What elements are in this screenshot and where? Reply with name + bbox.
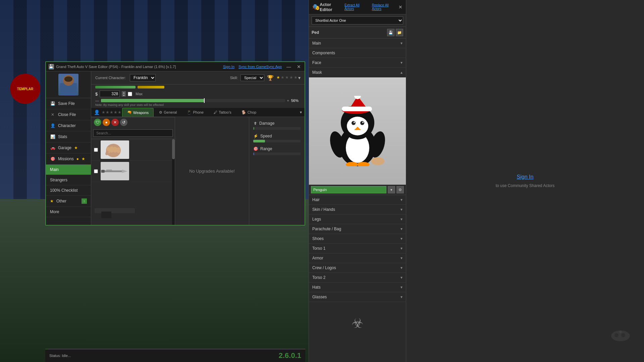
signin-panel-link[interactable]: Sign In xyxy=(517,174,534,180)
svg-point-37 xyxy=(619,330,622,333)
range-label-row: 🎯 Range xyxy=(253,146,301,151)
no-upgrades-text: No Upgrades Available! xyxy=(189,169,235,174)
section-mask[interactable]: Mask ▴ xyxy=(309,68,406,77)
range-bar-track xyxy=(253,153,301,155)
tab-chop[interactable]: 🐕 Chop xyxy=(237,108,261,117)
status-text: Status: Idle... xyxy=(49,354,71,358)
section-face[interactable]: Face ▾ xyxy=(309,58,406,68)
section-shoes[interactable]: Shoes ▾ xyxy=(309,234,406,244)
glasses-label: Glasses xyxy=(312,295,327,299)
money-down-btn[interactable]: ▼ xyxy=(122,94,126,97)
sidebar-item-main[interactable]: Main xyxy=(46,165,91,175)
section-crew-logos[interactable]: Crew / Logos ▾ xyxy=(309,263,406,273)
controller-svg xyxy=(610,328,631,342)
action-circle-btn[interactable]: ● xyxy=(103,119,110,126)
sidebar-item-other[interactable]: ★ Other ↑ xyxy=(46,196,91,207)
status-bar: Status: Idle... 2.6.0.1 xyxy=(45,349,305,362)
knife-checkbox[interactable] xyxy=(94,169,98,173)
replace-actors-link[interactable]: Replace All Actors xyxy=(372,3,398,11)
torso1-label: Torso 1 xyxy=(312,246,325,251)
max-checkbox[interactable] xyxy=(128,92,132,96)
actor-shortlist-dropdown[interactable]: Shortlist Actor One xyxy=(312,16,403,24)
tab-weapons[interactable]: 🔫 Weapons xyxy=(122,108,154,117)
action-close-btn[interactable]: ✕ xyxy=(111,119,119,126)
sync-link[interactable]: Sync from GameSync App xyxy=(238,65,282,69)
actor-name-dropdown-btn[interactable]: ▾ xyxy=(388,186,395,193)
money-up-btn[interactable]: ▲ xyxy=(122,91,126,94)
strangers-label: Strangers xyxy=(50,178,67,182)
actor-name-settings-btn[interactable]: ⚙ xyxy=(396,186,404,193)
other-badge: ↑ xyxy=(82,198,87,204)
character-label: Character xyxy=(58,123,76,128)
section-legs[interactable]: Legs ▾ xyxy=(309,215,406,224)
money-area: $ ▲ ▼ Max xyxy=(91,90,305,98)
tab-tattoos[interactable]: 🖊 Tattoo's xyxy=(209,108,236,116)
fist-svg xyxy=(102,140,128,159)
tab-more-arrow[interactable]: ▾ xyxy=(300,110,302,115)
damage-label-row: 🗡 Damage xyxy=(253,121,301,126)
missions-star1: ● xyxy=(76,157,79,161)
missions-label: Missions xyxy=(58,157,74,161)
garage-label: Garage xyxy=(58,145,71,150)
sidebar-item-checklist[interactable]: 100% Checklist xyxy=(46,185,91,196)
sidebar-item-strangers[interactable]: Strangers xyxy=(46,175,91,185)
section-torso2[interactable]: Torso 2 ▾ xyxy=(309,273,406,283)
section-armor[interactable]: Armor ▾ xyxy=(309,253,406,263)
fist-checkbox[interactable] xyxy=(94,148,98,152)
ped-save-btn[interactable]: 💾 xyxy=(387,29,394,36)
search-input[interactable] xyxy=(93,129,173,137)
actor-editor: 🎭 Actor Editor Extract All Actors Replac… xyxy=(309,0,406,362)
sidebar-item-stats[interactable]: 📊 Stats xyxy=(46,131,91,142)
section-hats[interactable]: Hats ▾ xyxy=(309,283,406,292)
star-dropdown[interactable]: ▾ xyxy=(298,75,301,80)
actor-close-btn[interactable]: ✕ xyxy=(398,4,402,10)
section-skin-hands[interactable]: Skin / Hands ▾ xyxy=(309,205,406,215)
sidebar-item-missions[interactable]: 🎯 Missions ● ★ xyxy=(46,154,91,165)
tab-phone[interactable]: 📱 Phone xyxy=(182,108,208,117)
svg-point-17 xyxy=(347,117,368,135)
garage-star: ★ xyxy=(74,145,78,150)
sidebar-item-more[interactable]: More xyxy=(46,207,91,217)
garage-icon: 🚗 xyxy=(50,145,55,150)
torso1-arrow: ▾ xyxy=(400,246,402,251)
tab-general[interactable]: ⚙ General xyxy=(154,108,181,117)
signin-link[interactable]: Sign In xyxy=(223,65,234,69)
section-parachute-bag[interactable]: Parachute / Bag ▾ xyxy=(309,224,406,234)
sidebar-item-close-file[interactable]: ✕ Close File xyxy=(46,109,91,120)
section-hair[interactable]: Hair ▾ xyxy=(309,195,406,205)
scroll-thumb[interactable] xyxy=(172,139,175,159)
ped-folder-btn[interactable]: 📁 xyxy=(396,29,403,36)
weapons-panel: 🛡 ● ✕ ↺ xyxy=(91,117,305,225)
sidebar-item-character[interactable]: 👤 Character xyxy=(46,120,91,131)
shoes-arrow: ▾ xyxy=(400,236,402,241)
minimize-btn[interactable]: — xyxy=(286,64,292,70)
speed-bar-track xyxy=(253,140,301,142)
sidebar-item-save-file[interactable]: 💾 Save File xyxy=(46,98,91,109)
section-components[interactable]: Components xyxy=(309,48,406,58)
armor-arrow: ▾ xyxy=(400,256,402,260)
chop-label: Chop xyxy=(248,110,256,114)
skill-percent: 56% xyxy=(291,99,301,103)
skill-select[interactable]: Special xyxy=(240,74,264,81)
action-shield-btn[interactable]: 🛡 xyxy=(94,119,101,126)
char-select[interactable]: Franklin xyxy=(130,74,156,81)
skill-minus[interactable]: — xyxy=(95,99,99,103)
main-section-label: Main xyxy=(312,41,321,46)
actor-name-input[interactable] xyxy=(311,186,386,193)
weapon-item-knife[interactable] xyxy=(91,161,175,182)
section-main[interactable]: Main ▾ xyxy=(309,39,406,48)
close-btn[interactable]: ✕ xyxy=(296,64,302,70)
extract-actors-link[interactable]: Extract All Actors xyxy=(344,3,369,11)
action-refresh-btn[interactable]: ↺ xyxy=(120,119,127,126)
stat-speed: ⚡ Speed xyxy=(253,134,301,142)
ped-label: Ped xyxy=(312,30,319,35)
money-input[interactable] xyxy=(100,90,120,97)
skill-plus[interactable]: + xyxy=(287,99,289,103)
weapon-item-fist[interactable] xyxy=(91,139,175,161)
damage-bar-fill xyxy=(253,127,254,130)
section-torso1[interactable]: Torso 1 ▾ xyxy=(309,244,406,253)
editor-main: Current Character: Franklin Skill: Speci… xyxy=(91,71,305,225)
sidebar-item-garage[interactable]: 🚗 Garage ★ xyxy=(46,142,91,154)
phone-label: Phone xyxy=(193,110,204,114)
section-glasses[interactable]: Glasses ▾ xyxy=(309,292,406,302)
